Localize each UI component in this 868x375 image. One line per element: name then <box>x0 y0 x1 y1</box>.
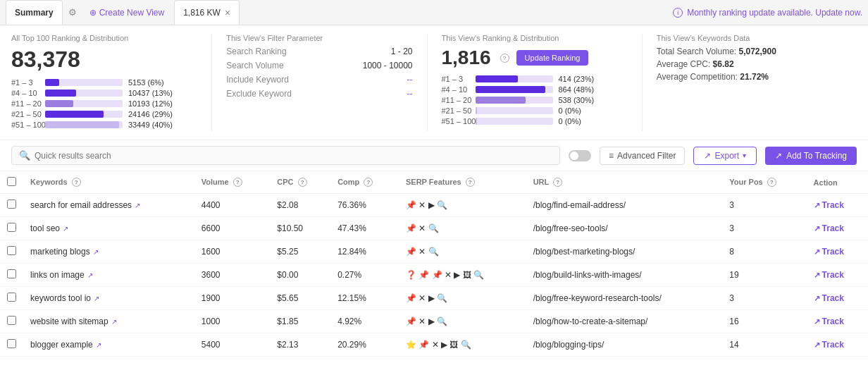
serp-icons: 📌 ✕ ▶ 🔍 <box>406 293 519 303</box>
action-cell: ↗ Track <box>807 217 868 240</box>
trending-up-icon: ↗ <box>814 317 820 326</box>
track-button[interactable]: ↗ Track <box>814 293 844 303</box>
track-button[interactable]: ↗ Track <box>814 270 844 280</box>
comp-cell: 12.15% <box>330 287 399 310</box>
pos-cell: 3 <box>722 287 806 310</box>
row-checkbox[interactable] <box>7 246 16 255</box>
keywords-table: Keywords ? Volume ? CPC ? Comp ? SERP Fe… <box>0 171 868 357</box>
track-button[interactable]: ↗ Track <box>814 340 844 350</box>
update-ranking-button[interactable]: Update Ranking <box>516 50 589 66</box>
row-checkbox-cell[interactable] <box>0 310 23 333</box>
export-button[interactable]: ↗ Export ▾ <box>693 147 757 165</box>
row-checkbox[interactable] <box>7 316 16 325</box>
search-input[interactable] <box>35 151 552 161</box>
comp-cell: 76.36% <box>330 194 399 217</box>
volume-cell: 4400 <box>194 194 271 217</box>
keyword-cell: links on image ↗ <box>23 264 194 287</box>
keyword-cell: website with sitemap ↗ <box>23 310 194 333</box>
url-cell: /blog/find-email-address/ <box>526 194 723 217</box>
row-checkbox-cell[interactable] <box>0 240 23 264</box>
search-filter-bar: 🔍 ≡ Advanced Filter ↗ Export ▾ ↗ Add To … <box>0 140 868 171</box>
rank-dist-block: This View's Ranking & Distribution 1,816… <box>442 34 643 131</box>
table-row: marketing blogs ↗ 1600 $5.25 12.84% 📌 ✕ … <box>0 240 868 264</box>
rank-count: 24146 (29%) <box>128 110 173 118</box>
col-serp: SERP Features ? <box>399 171 526 194</box>
external-link-icon: ↗ <box>111 318 117 326</box>
external-link-icon: ↗ <box>87 271 93 279</box>
col-comp: Comp ? <box>330 171 399 194</box>
trending-up-icon: ↗ <box>775 151 782 161</box>
pos-cell: 8 <box>722 240 806 264</box>
all-top-number: 83,378 <box>11 47 197 73</box>
serp-icons: 📌 ✕ ▶ 🔍 <box>406 200 519 210</box>
rank-count: 10437 (13%) <box>128 89 173 97</box>
pos-cell: 16 <box>722 310 806 333</box>
action-cell: ↗ Track <box>807 240 868 264</box>
track-button[interactable]: ↗ Track <box>814 247 844 257</box>
select-all-checkbox[interactable] <box>7 177 16 186</box>
external-link-icon: ↗ <box>93 248 99 256</box>
rank-row: #4 – 10 10437 (13%) <box>11 89 197 97</box>
dist-bar-fill <box>476 97 526 104</box>
row-checkbox[interactable] <box>7 339 16 348</box>
add-tracking-button[interactable]: ↗ Add To Tracking <box>765 147 857 165</box>
rank-bar-container <box>45 100 123 107</box>
table-row: links on image ↗ 3600 $0.00 0.27% ❓ 📌 📌 … <box>0 264 868 287</box>
pos-cell: 3 <box>722 217 806 240</box>
row-checkbox[interactable] <box>7 223 16 232</box>
col-keywords: Keywords ? <box>23 171 194 194</box>
select-all-header[interactable] <box>0 171 23 194</box>
action-cell: ↗ Track <box>807 287 868 310</box>
keyword-link[interactable]: website with sitemap ↗ <box>30 316 187 326</box>
advanced-filter-button[interactable]: ≡ Advanced Filter <box>600 147 685 165</box>
keyword-link[interactable]: marketing blogs ↗ <box>30 247 187 257</box>
pos-cell: 19 <box>722 264 806 287</box>
dist-bar-fill <box>476 86 545 93</box>
filter-params-label: This View's Filter Parameter <box>226 34 412 42</box>
rank-label: #1 – 3 <box>11 78 39 87</box>
track-button[interactable]: ↗ Track <box>814 316 844 326</box>
summary-section: All Top 100 Ranking & Distribution 83,37… <box>0 25 868 140</box>
filter-label: Search Volume <box>226 61 283 70</box>
tab-summary[interactable]: Summary <box>6 0 63 25</box>
row-checkbox-cell[interactable] <box>0 287 23 310</box>
row-checkbox-cell[interactable] <box>0 217 23 240</box>
all-top-label: All Top 100 Ranking & Distribution <box>11 34 197 42</box>
row-checkbox[interactable] <box>7 199 16 209</box>
dist-rank-row: #1 – 3 414 (23%) <box>442 75 628 83</box>
track-label: Track <box>822 247 844 257</box>
filter-value: 1000 - 10000 <box>363 61 413 70</box>
rank-label: #21 – 50 <box>11 110 39 118</box>
keyword-link[interactable]: keywords tool io ↗ <box>30 293 187 303</box>
row-checkbox-cell[interactable] <box>0 333 23 357</box>
keyword-link[interactable]: links on image ↗ <box>30 270 187 280</box>
info-icon: i <box>673 8 683 18</box>
keyword-link[interactable]: blogger example ↗ <box>30 340 187 350</box>
keyword-link[interactable]: search for email addresses ↗ <box>30 200 187 210</box>
volume-cell: 3600 <box>194 264 271 287</box>
track-button[interactable]: ↗ Track <box>814 223 844 233</box>
tab-kw[interactable]: 1,816 KW × <box>174 0 240 25</box>
filter-param-row: Search Ranking1 - 20 <box>226 47 412 56</box>
track-label: Track <box>822 270 844 280</box>
rank-row: #51 – 100 33449 (40%) <box>11 121 197 129</box>
serp-help-icon: ? <box>466 178 475 187</box>
search-box[interactable]: 🔍 <box>11 146 560 165</box>
dist-bar-fill <box>476 75 519 82</box>
total-volume-label: Total Search Volume: <box>657 47 736 56</box>
row-checkbox-cell[interactable] <box>0 264 23 287</box>
row-checkbox[interactable] <box>7 293 16 302</box>
close-icon[interactable]: × <box>225 7 230 18</box>
tab-create-new[interactable]: ⊕ Create New View <box>82 8 171 18</box>
plus-circle-icon: ⊕ <box>89 8 97 18</box>
filter-param-row: Include Keyword-- <box>226 75 412 85</box>
row-checkbox-cell[interactable] <box>0 194 23 217</box>
track-button[interactable]: ↗ Track <box>814 200 844 210</box>
dist-rank-label: #4 – 10 <box>442 85 470 94</box>
toggle-switch[interactable] <box>569 150 591 161</box>
gear-icon[interactable]: ⚙ <box>66 4 80 20</box>
update-notice[interactable]: i Monthly ranking update available. Upda… <box>673 8 862 18</box>
row-checkbox[interactable] <box>7 269 16 278</box>
keyword-link[interactable]: tool seo ↗ <box>30 223 187 233</box>
dist-rank-count: 0 (0%) <box>559 106 581 115</box>
